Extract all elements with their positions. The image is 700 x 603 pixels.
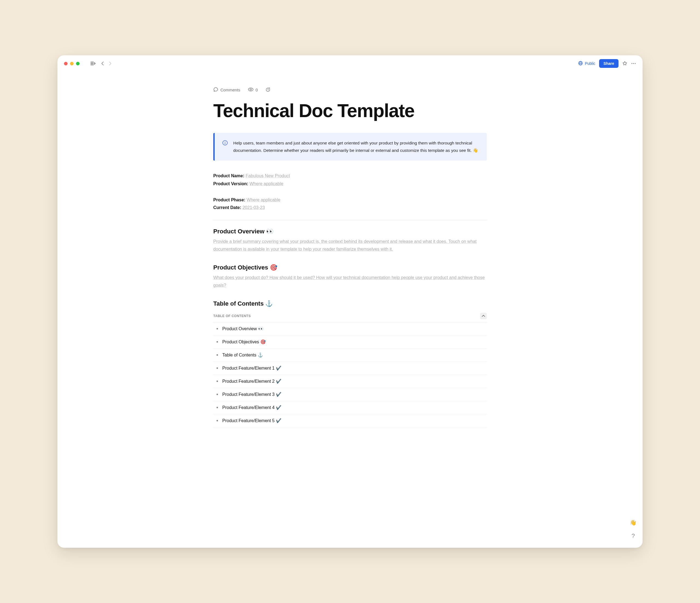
current-date-label: Current Date: (213, 205, 241, 210)
toc-item-label: Table of Contents ⚓ (222, 353, 263, 358)
app-window: Public Share (57, 55, 643, 548)
info-callout[interactable]: Help users, team members and just about … (213, 133, 487, 161)
toc-heading[interactable]: Table of Contents ⚓ (213, 300, 487, 307)
product-version-field[interactable]: Product Version: Where applicable (213, 180, 487, 188)
public-badge[interactable]: Public (578, 61, 595, 66)
current-date-field[interactable]: Current Date: 2021-03-23 (213, 204, 487, 212)
toc-list: Product Overview 👀 Product Objectives 🎯 … (213, 322, 487, 427)
bullet-icon (217, 407, 218, 408)
intercom-button[interactable]: 👋 (630, 519, 636, 526)
window-titlebar: Public Share (57, 55, 643, 72)
bullet-icon (217, 420, 218, 421)
toc-item-label: Product Overview 👀 (222, 326, 264, 331)
svg-point-2 (631, 63, 632, 64)
nav-arrows (101, 62, 111, 65)
product-name-field[interactable]: Product Name: Fabulous New Product (213, 172, 487, 180)
product-name-label: Product Name: (213, 173, 245, 178)
toc-collapse-button[interactable] (480, 313, 487, 319)
svg-point-5 (250, 89, 252, 90)
toc-item-label: Product Feature/Element 4 ✔️ (222, 405, 281, 410)
toc-item-label: Product Feature/Element 2 ✔️ (222, 379, 281, 384)
forward-button[interactable] (109, 62, 111, 65)
product-phase-field[interactable]: Product Phase: Where applicable (213, 196, 487, 204)
page-title[interactable]: Technical Doc Template (213, 101, 487, 120)
current-date-value: 2021-03-23 (243, 205, 265, 210)
doc-meta-bar: Comments 0 (213, 87, 487, 93)
comments-button[interactable]: Comments (213, 87, 240, 93)
share-button[interactable]: Share (599, 59, 619, 68)
overview-heading[interactable]: Product Overview 👀 (213, 228, 487, 235)
objectives-placeholder[interactable]: What does your product do? How should it… (213, 274, 487, 289)
reminder-button[interactable] (266, 87, 270, 93)
content-area: Comments 0 (57, 72, 643, 548)
product-phase-label: Product Phase: (213, 197, 245, 202)
bullet-icon (217, 328, 218, 330)
bullet-icon (217, 341, 218, 342)
comment-icon (213, 87, 218, 93)
toc-item[interactable]: Product Feature/Element 4 ✔️ (213, 401, 487, 414)
back-button[interactable] (101, 62, 104, 65)
views-counter[interactable]: 0 (248, 88, 258, 92)
bullet-icon (217, 381, 218, 382)
maximize-window-button[interactable] (76, 62, 80, 65)
toc-item-label: Product Feature/Element 5 ✔️ (222, 418, 281, 423)
svg-point-3 (633, 63, 634, 64)
svg-point-8 (225, 141, 225, 142)
toc-item[interactable]: Table of Contents ⚓ (213, 348, 487, 362)
bullet-icon (217, 354, 218, 356)
minimize-window-button[interactable] (70, 62, 74, 65)
public-label: Public (585, 61, 595, 66)
product-name-value: Fabulous New Product (246, 173, 290, 178)
field-group-1: Product Name: Fabulous New Product Produ… (213, 172, 487, 188)
floating-tools: 👋 ? (630, 519, 636, 539)
eye-icon (248, 88, 253, 92)
overview-placeholder[interactable]: Provide a brief summary covering what yo… (213, 238, 487, 253)
info-icon (222, 140, 228, 154)
titlebar-left (64, 62, 111, 65)
field-group-2: Product Phase: Where applicable Current … (213, 196, 487, 212)
bullet-icon (217, 367, 218, 369)
window-controls (64, 62, 80, 65)
star-button[interactable] (622, 61, 627, 66)
views-count: 0 (256, 88, 258, 92)
more-options-button[interactable] (631, 63, 636, 64)
product-phase-value: Where applicable (247, 197, 280, 202)
toc-item-label: Product Feature/Element 3 ✔️ (222, 392, 281, 397)
toc-header: TABLE OF CONTENTS (213, 310, 487, 322)
toc-item[interactable]: Product Overview 👀 (213, 322, 487, 335)
toc-item[interactable]: Product Feature/Element 3 ✔️ (213, 388, 487, 401)
close-window-button[interactable] (64, 62, 68, 65)
sidebar-toggle-icon[interactable] (91, 62, 95, 65)
objectives-heading[interactable]: Product Objectives 🎯 (213, 264, 487, 271)
toc-item-label: Product Objectives 🎯 (222, 339, 266, 344)
svg-point-4 (635, 63, 635, 64)
product-version-label: Product Version: (213, 182, 248, 186)
product-version-value: Where applicable (249, 182, 283, 186)
toc-item[interactable]: Product Feature/Element 5 ✔️ (213, 414, 487, 427)
document: Comments 0 (213, 72, 487, 427)
toc-item[interactable]: Product Objectives 🎯 (213, 335, 487, 348)
toc-item[interactable]: Product Feature/Element 2 ✔️ (213, 375, 487, 388)
callout-text: Help users, team members and just about … (233, 140, 479, 154)
globe-icon (578, 61, 583, 66)
toc-item-label: Product Feature/Element 1 ✔️ (222, 365, 281, 371)
comments-label: Comments (220, 88, 240, 92)
bullet-icon (217, 394, 218, 395)
divider (213, 220, 487, 220)
titlebar-right: Public Share (578, 59, 636, 68)
clock-reminder-icon (266, 87, 270, 93)
help-button[interactable]: ? (631, 532, 635, 539)
toc-item[interactable]: Product Feature/Element 1 ✔️ (213, 362, 487, 375)
toc-header-label: TABLE OF CONTENTS (213, 314, 251, 318)
